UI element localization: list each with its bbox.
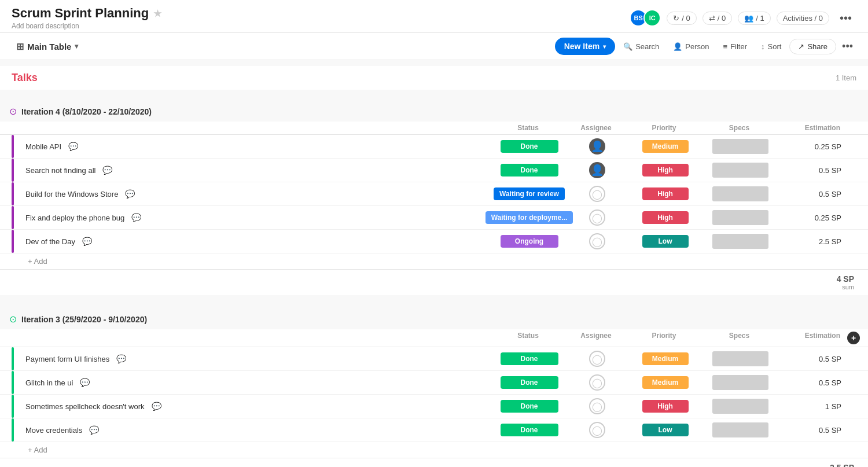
comment-icon[interactable]: 💬 <box>131 213 141 222</box>
star-icon[interactable]: ★ <box>153 8 161 19</box>
col-header-specs-iter3: Specs <box>709 332 770 344</box>
talks-header: Talks 1 Item <box>0 66 868 90</box>
estimation-cell: 0.5 SP <box>771 166 846 175</box>
iteration-3-header[interactable]: ⊙ Iteration 3 (25/9/2020 - 9/10/2020) <box>0 309 868 329</box>
priority-badge[interactable]: Medium <box>642 352 689 365</box>
status-badge[interactable]: Done <box>501 352 558 365</box>
collapse-icon-iter4[interactable]: ⊙ <box>9 106 17 117</box>
priority-badge[interactable]: Low <box>642 235 689 248</box>
task-name: Mobile API <box>25 142 61 151</box>
person-button[interactable]: 👤 Person <box>667 39 715 54</box>
person-stat[interactable]: 👥 / 1 <box>738 12 770 25</box>
task-name: Move credentials <box>25 426 82 435</box>
status-badge[interactable]: Done <box>501 400 558 413</box>
task-name: Sometimes spellcheck doesn't work <box>25 402 145 411</box>
assignee-avatar[interactable]: ◯ <box>589 209 605 226</box>
task-name-cell: Mobile API 💬 <box>23 142 484 151</box>
priority-badge[interactable]: High <box>642 164 689 176</box>
share-stat[interactable]: ⇄ / 0 <box>703 12 732 25</box>
header-more-icon[interactable]: ••• <box>835 9 856 27</box>
collapse-icon-iter3[interactable]: ⊙ <box>9 314 17 325</box>
share-stat-count: / 0 <box>718 14 726 23</box>
comment-icon[interactable]: 💬 <box>152 402 161 411</box>
app-subtitle[interactable]: Add board description <box>12 22 161 30</box>
priority-badge[interactable]: Low <box>642 424 689 436</box>
add-item-button-iter3[interactable]: + Add <box>0 442 868 458</box>
task-name: Search not finding all <box>25 166 95 175</box>
assignee-avatar[interactable]: ◯ <box>589 374 605 391</box>
task-name-cell: Search not finding all 💬 <box>23 166 484 175</box>
sum-label-iter4: sum <box>842 284 854 291</box>
col-header-estimation-iter3: Estimation <box>770 332 845 344</box>
activities-stat[interactable]: Activities / 0 <box>777 12 829 25</box>
table-row: Dev of the Day 💬 Ongoing ◯ Low 2.5 SP <box>0 230 868 253</box>
search-icon: 🔍 <box>623 42 632 51</box>
comment-icon[interactable]: 💬 <box>68 142 78 151</box>
main-table-button[interactable]: ⊞ Main Table ▾ <box>12 39 83 54</box>
add-item-button-iter4[interactable]: + Add <box>0 253 868 269</box>
iteration-3-title: Iteration 3 (25/9/2020 - 9/10/2020) <box>21 315 147 324</box>
priority-badge[interactable]: High <box>642 187 689 200</box>
status-badge[interactable]: Waiting for review <box>494 187 565 200</box>
add-item-label: + Add <box>28 446 47 454</box>
status-badge[interactable]: Done <box>501 424 558 436</box>
estimation-cell: 1 SP <box>771 402 846 411</box>
status-badge[interactable]: Done <box>501 376 558 389</box>
sum-value-iter4: 4 SP <box>837 274 854 284</box>
estimation-cell: 0.5 SP <box>771 426 846 435</box>
updates-count: / 0 <box>682 14 690 23</box>
share-button[interactable]: ↗ Share <box>789 39 836 54</box>
assignee-avatar[interactable]: 👤 <box>589 162 605 178</box>
task-name: Dev of the Day <box>25 237 75 246</box>
toolbar-more-icon[interactable]: ••• <box>838 38 856 55</box>
priority-badge[interactable]: High <box>642 211 689 224</box>
assignee-avatar[interactable]: ◯ <box>589 422 605 438</box>
col-header-estimation-iter4: Estimation <box>770 124 845 132</box>
task-name-cell: Sometimes spellcheck doesn't work 💬 <box>23 402 484 411</box>
status-badge[interactable]: Waiting for deployme... <box>486 211 573 224</box>
priority-badge[interactable]: High <box>642 400 689 413</box>
iteration-4-header[interactable]: ⊙ Iteration 4 (8/10/2020 - 22/10/2020) <box>0 101 868 122</box>
priority-badge[interactable]: Medium <box>642 140 689 153</box>
table-row: Sometimes spellcheck doesn't work 💬 Done… <box>0 395 868 418</box>
avatar-green: IC <box>643 9 661 27</box>
search-button[interactable]: 🔍 Search <box>617 39 665 54</box>
task-name: Build for the Windows Store <box>25 190 118 198</box>
col-header-assignee-iter4: Assignee <box>573 124 619 132</box>
status-badge[interactable]: Ongoing <box>501 235 558 248</box>
comment-icon[interactable]: 💬 <box>125 189 135 198</box>
filter-button[interactable]: ≡ Filter <box>718 39 753 54</box>
talks-count: 1 Item <box>836 73 856 82</box>
estimation-cell: 0.25 SP <box>771 142 846 151</box>
estimation-cell: 2.5 SP <box>771 237 846 246</box>
sort-button[interactable]: ↕ Sort <box>755 39 787 54</box>
sort-label: Sort <box>768 42 782 51</box>
comment-icon[interactable]: 💬 <box>102 166 112 175</box>
assignee-avatar[interactable]: ◯ <box>589 398 605 414</box>
comment-icon[interactable]: 💬 <box>116 354 126 363</box>
add-column-button[interactable]: + <box>847 332 860 344</box>
updates-stat[interactable]: ↻ / 0 <box>667 12 696 25</box>
priority-badge[interactable]: Medium <box>642 376 689 389</box>
status-badge[interactable]: Done <box>501 164 558 176</box>
table-row: Build for the Windows Store 💬 Waiting fo… <box>0 182 868 206</box>
talks-title: Talks <box>12 72 38 84</box>
new-item-button[interactable]: New Item ▾ <box>555 38 615 55</box>
assignee-avatar[interactable]: 👤 <box>589 138 605 155</box>
table-row: Mobile API 💬 Done 👤 Medium 0.25 SP <box>0 135 868 159</box>
comment-icon[interactable]: 💬 <box>82 237 92 246</box>
comment-icon[interactable]: 💬 <box>89 425 99 435</box>
header-right: BS IC ↻ / 0 ⇄ / 0 👥 / 1 Activities / 0 •… <box>630 9 856 27</box>
assignee-avatar[interactable]: ◯ <box>589 186 605 202</box>
share-label: Share <box>807 42 827 51</box>
iter4-col-headers: Status Assignee Priority Specs Estimatio… <box>0 122 868 135</box>
status-badge[interactable]: Done <box>501 140 558 153</box>
comment-icon[interactable]: 💬 <box>80 378 90 387</box>
app-title-text: Scrum Sprint Planning <box>12 6 149 21</box>
sort-icon: ↕ <box>761 42 765 51</box>
task-name-cell: Glitch in the ui 💬 <box>23 378 484 387</box>
table-row: Payment form UI finishes 💬 Done ◯ Medium… <box>0 347 868 371</box>
assignee-avatar[interactable]: ◯ <box>589 351 605 367</box>
avatar-group: BS IC <box>630 9 661 27</box>
assignee-avatar[interactable]: ◯ <box>589 233 605 249</box>
